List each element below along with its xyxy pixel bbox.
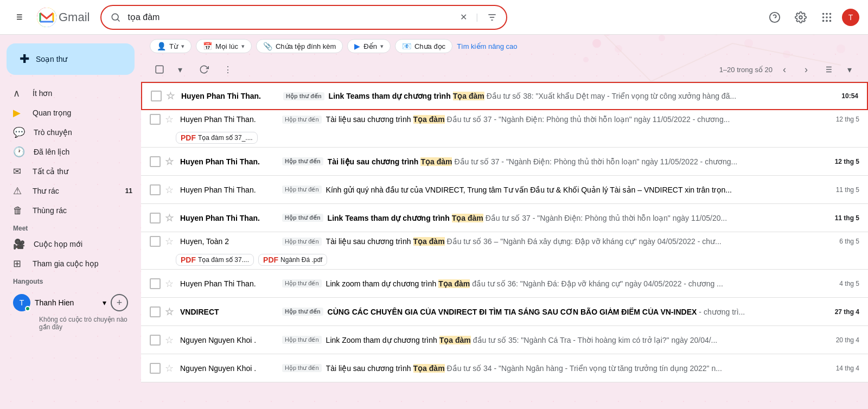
prev-page-button[interactable]: ‹: [775, 60, 794, 79]
time-filter-chip[interactable]: 📅 Mọi lúc ▾: [196, 39, 252, 53]
email-checkbox[interactable]: [150, 184, 161, 195]
pagination-info: 1–20 trong số 20 ‹ ›: [719, 60, 859, 79]
advanced-search-link[interactable]: Tìm kiếm nâng cao: [457, 42, 517, 50]
time-filter-label: Mọi lúc: [215, 42, 238, 50]
email-tag: Hộp thư đến: [282, 308, 323, 316]
compose-button[interactable]: ✚ Soạn thư: [7, 43, 135, 75]
clear-search-icon[interactable]: ✕: [460, 12, 467, 22]
filter-bar: 👤 Từ ▾ 📅 Mọi lúc ▾ 📎 Chứa tệp đính kèm ▶…: [141, 35, 868, 57]
hangout-user-name: Thanh Hien: [35, 298, 74, 307]
table-row[interactable]: ☆ Huyen Phan Thi Than. Hộp thư đến Tài l…: [141, 148, 868, 176]
apps-button[interactable]: [816, 7, 838, 28]
from-filter-chip[interactable]: 👤 Từ ▾: [150, 39, 192, 53]
table-row[interactable]: ☆ Huyen Phan Thi Than. Hộp thư đến Kính …: [141, 176, 868, 204]
table-row[interactable]: ☆ VNDIRECT Hộp thư đến CÙNG CÁC CHUYÊN G…: [141, 298, 868, 326]
spam-badge: 11: [125, 187, 132, 195]
svg-point-38: [829, 20, 832, 22]
email-checkbox[interactable]: [150, 156, 161, 167]
select-dropdown-button[interactable]: ▾: [170, 60, 190, 79]
attachment-chip[interactable]: PDF Tọa đàm số 37....: [176, 254, 254, 266]
star-icon[interactable]: ☆: [165, 156, 176, 168]
content-area: 👤 Từ ▾ 📅 Mọi lúc ▾ 📎 Chứa tệp đính kèm ▶…: [141, 35, 868, 409]
table-row[interactable]: ☆ Huyen Phan Thi Than. Hộp thư đến Link …: [141, 204, 868, 232]
attachment-name: Tọa đàm số 37....: [198, 256, 249, 264]
email-subject-preview: Link Zoom tham dự chương trình Tọa đàm đ…: [326, 336, 828, 344]
unread-filter-chip[interactable]: 📧 Chưa đọc: [395, 39, 452, 53]
next-page-button[interactable]: ›: [796, 60, 816, 79]
email-checkbox[interactable]: [151, 91, 162, 101]
star-icon[interactable]: ☆: [165, 362, 176, 374]
star-icon[interactable]: ☆: [165, 306, 176, 318]
email-checkbox[interactable]: [150, 278, 161, 289]
email-checkbox[interactable]: [150, 335, 161, 346]
trash-icon: 🗑: [13, 205, 24, 216]
help-button[interactable]: [764, 7, 786, 28]
svg-point-22: [112, 14, 119, 20]
settings-button[interactable]: [790, 7, 812, 28]
table-row[interactable]: ☆ Huyen Phan Thi Than. Hộp thư đến Tài l…: [141, 110, 868, 148]
sidebar-item-quan-trong[interactable]: ▶ Quan trọng: [0, 103, 141, 123]
user-avatar[interactable]: T: [842, 9, 859, 26]
search-filter-icon[interactable]: [487, 12, 497, 23]
email-subject-preview: Tài liệu sau chương trình Tọa đàm Đầu tư…: [326, 115, 828, 124]
sidebar-item-thu-rac[interactable]: ⚠ Thư rác 11: [0, 181, 141, 201]
email-checkbox[interactable]: [150, 306, 161, 317]
email-checkbox[interactable]: [150, 114, 161, 125]
attachment-row: PDF Tọa đàm số 37_....: [150, 132, 859, 144]
svg-line-23: [118, 19, 120, 21]
table-row[interactable]: ☆ Huyen Phan Thi Than. Hộp thư đến Link …: [141, 270, 868, 298]
table-row[interactable]: ☆ Huyen, Toàn 2 Hộp thư đến Tài liệu sau…: [141, 232, 868, 270]
attachment-filter-chip[interactable]: 📎 Chứa tệp đính kèm: [256, 39, 343, 53]
sidebar-item-label: Đã lên lịch: [34, 148, 132, 156]
pdf-icon: PDF: [181, 133, 196, 142]
sidebar-item-cuoc-hop-moi[interactable]: 🎥 Cuộc họp mới: [0, 234, 141, 254]
menu-button[interactable]: ☰: [9, 7, 30, 28]
sidebar-item-tat-ca-thu[interactable]: ✉ Tất cả thư: [0, 162, 141, 181]
star-icon[interactable]: ☆: [165, 334, 176, 346]
sidebar-item-da-len-lich[interactable]: 🕐 Đã lên lịch: [0, 142, 141, 162]
refresh-button[interactable]: [194, 60, 214, 79]
person-icon: 👤: [157, 42, 166, 50]
attachment-chip[interactable]: PDF Tọa đàm số 37_....: [176, 132, 258, 144]
star-icon[interactable]: ☆: [165, 212, 176, 224]
more-options-button[interactable]: ⋮: [218, 60, 238, 79]
sidebar-item-tro-chuyen[interactable]: 💬 Trò chuyện: [0, 123, 141, 142]
email-checkbox[interactable]: [150, 363, 161, 374]
gmail-text: Gmail: [59, 10, 90, 24]
sidebar: ✚ Soạn thư ∧ Ít hơn ▶ Quan trọng 💬 Trò c…: [0, 35, 141, 409]
expand-button[interactable]: ▾: [840, 60, 859, 79]
sort-button[interactable]: [818, 60, 838, 79]
sidebar-item-thung-rac[interactable]: 🗑 Thùng rác: [0, 201, 141, 220]
hangout-user-item[interactable]: T Thanh Hien ▾ +: [13, 292, 128, 314]
star-icon[interactable]: ☆: [165, 278, 176, 290]
search-icon[interactable]: [110, 12, 121, 23]
table-row[interactable]: ☆ Nguyen Nguyen Khoi . Hộp thư đến Link …: [141, 326, 868, 354]
email-time: 4 thg 5: [832, 280, 859, 287]
sidebar-item-label: Tất cả thư: [33, 167, 132, 176]
email-subject-preview: CÙNG CÁC CHUYÊN GIA CỦA VNDIRECT ĐI TÌM …: [328, 308, 828, 316]
attachment-chip[interactable]: PDF Ngành Đá .pdf: [258, 254, 327, 266]
sidebar-item-it-hon[interactable]: ∧ Ít hơn: [0, 84, 141, 103]
search-input[interactable]: [127, 12, 454, 22]
spam-icon: ⚠: [13, 185, 24, 197]
email-subject-preview: Link zoom tham dự chương trình Tọa đàm đ…: [326, 279, 828, 288]
select-all-checkbox[interactable]: [150, 60, 169, 79]
email-subject-preview: Link Teams tham dự chương trình Tọa đàm …: [328, 214, 828, 222]
email-checkbox[interactable]: [150, 236, 161, 247]
main-body: ✚ Soạn thư ∧ Ít hơn ▶ Quan trọng 💬 Trò c…: [0, 35, 868, 409]
hangouts-section-header: Hangouts: [0, 273, 141, 287]
attachment-name: Ngành Đá .pdf: [280, 256, 322, 264]
star-icon[interactable]: ☆: [165, 184, 176, 196]
table-row[interactable]: ☆ Huyen Phan Thi Than. Hộp thư đến Link …: [141, 82, 868, 110]
star-icon[interactable]: ☆: [165, 113, 176, 125]
add-hangout-button[interactable]: +: [111, 294, 128, 311]
email-sender: Huyen Phan Thi Than.: [180, 279, 278, 288]
star-icon[interactable]: ☆: [166, 90, 177, 102]
star-icon[interactable]: ☆: [165, 235, 176, 247]
gmail-logo: Gmail: [37, 8, 90, 27]
sidebar-item-label: Quan trọng: [33, 108, 132, 117]
sidebar-item-tham-gia[interactable]: ⊞ Tham gia cuộc họp: [0, 254, 141, 273]
email-checkbox[interactable]: [150, 213, 161, 223]
to-filter-chip[interactable]: ▶ Đến ▾: [347, 39, 391, 53]
table-row[interactable]: ☆ Nguyen Nguyen Khoi . Hộp thư đến Tài l…: [141, 354, 868, 382]
